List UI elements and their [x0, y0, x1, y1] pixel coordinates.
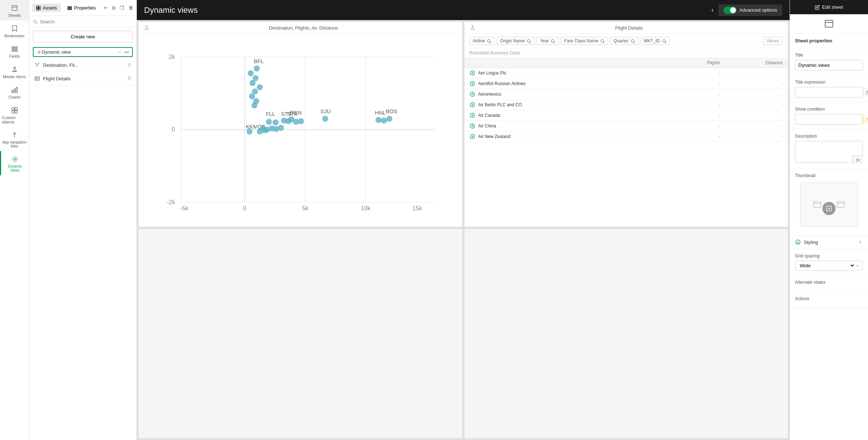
svg-text:BOS: BOS — [386, 108, 397, 114]
cut-btn[interactable]: ✂ — [102, 4, 109, 12]
properties-tab[interactable]: Properties — [63, 4, 99, 12]
filter-origin-name[interactable]: Origin Name — [497, 37, 535, 45]
alternate-states-label: Alternate states — [795, 280, 863, 285]
sidebar-item-sheets[interactable]: Sheets — [0, 0, 29, 20]
filter-year[interactable]: Year — [537, 37, 559, 45]
title-input[interactable] — [795, 60, 863, 70]
table-row[interactable]: Air Berlin PLC and CO - - — [464, 100, 788, 110]
title-expression-label: Title expression — [795, 80, 863, 85]
air-new-zealand-flights: - — [657, 134, 720, 139]
svg-text:-5k: -5k — [180, 205, 189, 212]
edit-sheet-button[interactable]: Edit sheet — [790, 0, 868, 14]
svg-rect-3 — [12, 49, 17, 50]
assets-tab-label: Assets — [43, 5, 57, 11]
svg-rect-22 — [68, 6, 72, 7]
grid-spacing-select[interactable]: Wide Narrow Medium — [798, 263, 855, 269]
upload-icon — [826, 205, 832, 212]
filter-airline[interactable]: Airline — [470, 37, 495, 45]
properties-panel: Edit sheet Sheet properties Title Title … — [790, 0, 868, 440]
svg-point-57 — [254, 65, 260, 72]
duplicate-btn[interactable]: ❐ — [118, 4, 126, 12]
table-row[interactable]: Air Canada - - — [464, 110, 788, 121]
svg-point-102 — [631, 39, 634, 42]
table-body: Aer Lingus Plc - - Aeroflot Russian Airl… — [464, 68, 788, 227]
svg-point-80 — [375, 117, 382, 123]
table-export-icon[interactable] — [470, 25, 475, 31]
grid-spacing-label: Grid spacing — [795, 253, 863, 259]
table-row[interactable]: Aeromexico - - — [464, 89, 788, 100]
filter-quarter[interactable]: Quarter — [610, 37, 639, 45]
sidebar-item-charts[interactable]: Charts — [0, 82, 29, 102]
table-row[interactable]: Air New Zealand - - — [464, 131, 788, 142]
svg-rect-18 — [36, 6, 38, 8]
sidebar-item-fields[interactable]: Fields — [0, 41, 29, 61]
show-condition-section: Show condition ƒx — [790, 102, 868, 129]
table-row[interactable]: Air China - - — [464, 121, 788, 131]
show-condition-fx-button[interactable]: ƒx — [863, 115, 868, 123]
svg-line-26 — [36, 23, 37, 24]
scatter-chart-header: Destination, Flights, Av. Distance — [139, 22, 462, 34]
sidebar-fields-label: Fields — [9, 54, 20, 58]
collapse-button[interactable]: ‹ — [707, 4, 718, 16]
svg-rect-35 — [35, 77, 39, 81]
dynamic-view-dropdown[interactable]: Dynamic view — [33, 47, 133, 57]
empty-card-bottom-left — [138, 229, 463, 439]
create-new-button[interactable]: Create new — [33, 31, 133, 43]
air-china-distance: - — [720, 123, 783, 129]
sidebar-item-dynamic-views[interactable]: Dynamic views — [0, 151, 29, 175]
airline-air-new-zealand: Air New Zealand — [470, 134, 657, 139]
asset-item-table[interactable]: Flight Details ⠿ — [29, 72, 136, 85]
origin-name-filter-label: Origin Name — [500, 38, 525, 43]
svg-text:5k: 5k — [302, 205, 309, 212]
grid-spacing-section: Grid spacing Wide Narrow Medium — [790, 249, 868, 275]
copy-btn[interactable]: ⧉ — [111, 4, 117, 12]
svg-text:BFL: BFL — [254, 58, 264, 64]
thumbnail-section: Thumbnail — [790, 169, 868, 236]
sidebar-item-master-items[interactable]: Master items — [0, 61, 29, 82]
table-row[interactable]: Aer Lingus Plc - - — [464, 68, 788, 79]
sidebar-item-custom-objects[interactable]: Custom objects — [0, 102, 29, 127]
asset-2-more-icon[interactable]: ⠿ — [128, 76, 131, 81]
show-condition-input-row: ƒx — [795, 114, 863, 125]
asset-item-scatter[interactable]: Destination, Fli... ⠿ — [29, 58, 136, 72]
sheet-properties-title: Sheet properties — [795, 38, 833, 43]
edit-icon — [815, 5, 820, 10]
dropdown-chevron-icon — [117, 50, 122, 54]
view-type-icon — [36, 50, 42, 55]
advanced-options-toggle[interactable]: Advanced options — [718, 4, 782, 16]
description-fx-button[interactable]: ƒx — [852, 156, 863, 164]
dynamic-view-select[interactable]: Dynamic view — [42, 49, 117, 55]
filter-fare-class[interactable]: Fare Class Name — [561, 37, 608, 45]
year-filter-label: Year — [540, 38, 549, 43]
scatter-export-icon[interactable] — [144, 25, 150, 31]
thumb-icon-left — [813, 200, 822, 209]
actions-label: Actions — [795, 296, 863, 301]
col-header-distance: Distance — [720, 60, 783, 65]
table-row[interactable]: Aeroflot Russian Airlines - - — [464, 79, 788, 89]
sidebar-item-bookmarks[interactable]: Bookmarks — [0, 20, 29, 41]
show-condition-input[interactable] — [795, 114, 863, 124]
delete-btn[interactable]: 🗑 — [127, 4, 135, 12]
filter-values[interactable]: Values — [763, 37, 783, 45]
grid-spacing-select-row: Wide Narrow Medium — [795, 261, 863, 271]
asset-1-more-icon[interactable]: ⠿ — [128, 62, 131, 68]
thumbnail-upload-button[interactable] — [822, 202, 836, 215]
svg-point-85 — [247, 129, 253, 135]
sidebar-item-app-nav[interactable]: App navigation links — [0, 127, 29, 151]
title-expression-fx-button[interactable]: ƒx — [863, 88, 868, 96]
airline-air-china: Air China — [470, 123, 657, 129]
svg-point-5 — [13, 67, 15, 69]
search-input[interactable] — [40, 19, 133, 24]
more-options-icon[interactable] — [124, 50, 129, 55]
thumbnail-box[interactable] — [800, 183, 858, 226]
svg-point-76 — [298, 118, 304, 125]
svg-rect-4 — [12, 50, 17, 51]
title-expression-input[interactable] — [795, 87, 863, 97]
assets-tab[interactable]: Assets — [32, 4, 61, 12]
filter-mkt-id[interactable]: MKT_ID — [641, 37, 670, 45]
title-expression-section: Title expression ƒx — [790, 75, 868, 102]
aeromexico-distance: - — [720, 92, 783, 97]
styling-row[interactable]: Styling — [790, 236, 868, 249]
asset-flight-details-label: Flight Details — [43, 76, 125, 81]
svg-rect-11 — [12, 108, 14, 110]
